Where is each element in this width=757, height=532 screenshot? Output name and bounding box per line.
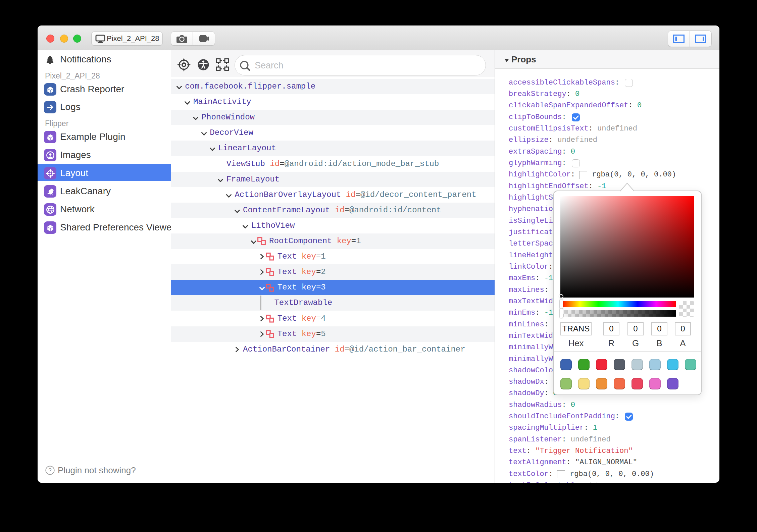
svg-text:?: ? [48, 467, 51, 474]
